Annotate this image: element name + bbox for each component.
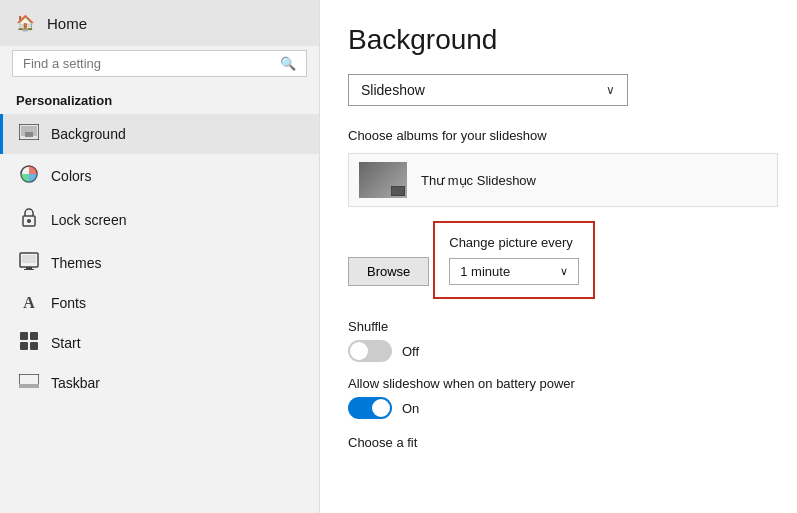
chevron-down-icon: ∨	[606, 83, 615, 97]
svg-rect-15	[19, 384, 39, 388]
change-picture-chevron-icon: ∨	[560, 265, 568, 278]
home-label: Home	[47, 15, 87, 32]
allow-slideshow-row: Allow slideshow when on battery power On	[348, 376, 769, 419]
change-picture-dropdown[interactable]: 1 minute ∨	[449, 258, 579, 285]
search-input[interactable]	[23, 56, 272, 71]
sidebar-label-start: Start	[51, 335, 81, 351]
svg-rect-10	[20, 332, 28, 340]
sidebar-item-lock-screen[interactable]: Lock screen	[0, 198, 319, 242]
svg-rect-2	[25, 132, 33, 137]
sidebar-item-taskbar[interactable]: Taskbar	[0, 364, 319, 402]
shuffle-toggle-knob	[350, 342, 368, 360]
search-box[interactable]: 🔍	[12, 50, 307, 77]
sidebar-item-background[interactable]: Background	[0, 114, 319, 154]
change-picture-box: Change picture every 1 minute ∨	[433, 221, 595, 299]
colors-icon	[19, 164, 39, 188]
svg-rect-9	[24, 269, 34, 270]
sidebar-item-themes[interactable]: Themes	[0, 242, 319, 284]
start-icon	[19, 332, 39, 354]
svg-rect-12	[20, 342, 28, 350]
svg-rect-8	[26, 267, 32, 269]
browse-button[interactable]: Browse	[348, 257, 429, 286]
shuffle-label: Shuffle	[348, 319, 769, 334]
background-type-value: Slideshow	[361, 82, 425, 98]
themes-icon	[19, 252, 39, 274]
svg-point-5	[27, 219, 31, 223]
background-icon	[19, 124, 39, 144]
album-thumbnail	[359, 162, 407, 198]
shuffle-toggle[interactable]	[348, 340, 392, 362]
fonts-icon: A	[19, 294, 39, 312]
lock-screen-icon	[19, 208, 39, 232]
shuffle-state-label: Off	[402, 344, 419, 359]
sidebar-label-background: Background	[51, 126, 126, 142]
home-icon: 🏠	[16, 14, 35, 32]
allow-slideshow-label: Allow slideshow when on battery power	[348, 376, 769, 391]
shuffle-row: Shuffle Off	[348, 319, 769, 362]
change-picture-label: Change picture every	[449, 235, 579, 250]
taskbar-icon	[19, 374, 39, 392]
sidebar: 🏠 Home 🔍 Personalization Background Colo…	[0, 0, 320, 513]
album-name: Thư mục Slideshow	[421, 173, 536, 188]
choose-fit-label: Choose a fit	[348, 435, 769, 450]
sidebar-item-colors[interactable]: Colors	[0, 154, 319, 198]
background-type-dropdown[interactable]: Slideshow ∨	[348, 74, 628, 106]
change-picture-value: 1 minute	[460, 264, 510, 279]
main-content: Background Slideshow ∨ Choose albums for…	[320, 0, 797, 513]
sidebar-item-home[interactable]: 🏠 Home	[0, 0, 319, 46]
page-title: Background	[348, 24, 769, 56]
svg-rect-13	[30, 342, 38, 350]
sidebar-label-lock-screen: Lock screen	[51, 212, 126, 228]
personalization-label: Personalization	[0, 87, 319, 114]
album-item[interactable]: Thư mục Slideshow	[348, 153, 778, 207]
sidebar-label-taskbar: Taskbar	[51, 375, 100, 391]
sidebar-item-start[interactable]: Start	[0, 322, 319, 364]
choose-albums-label: Choose albums for your slideshow	[348, 128, 769, 143]
allow-slideshow-toggle-knob	[372, 399, 390, 417]
sidebar-label-themes: Themes	[51, 255, 102, 271]
sidebar-label-colors: Colors	[51, 168, 91, 184]
svg-rect-7	[22, 255, 36, 263]
shuffle-toggle-group: Off	[348, 340, 769, 362]
sidebar-label-fonts: Fonts	[51, 295, 86, 311]
search-icon: 🔍	[280, 56, 296, 71]
sidebar-item-fonts[interactable]: A Fonts	[0, 284, 319, 322]
allow-slideshow-state-label: On	[402, 401, 419, 416]
svg-rect-11	[30, 332, 38, 340]
allow-slideshow-toggle[interactable]	[348, 397, 392, 419]
allow-slideshow-toggle-group: On	[348, 397, 769, 419]
